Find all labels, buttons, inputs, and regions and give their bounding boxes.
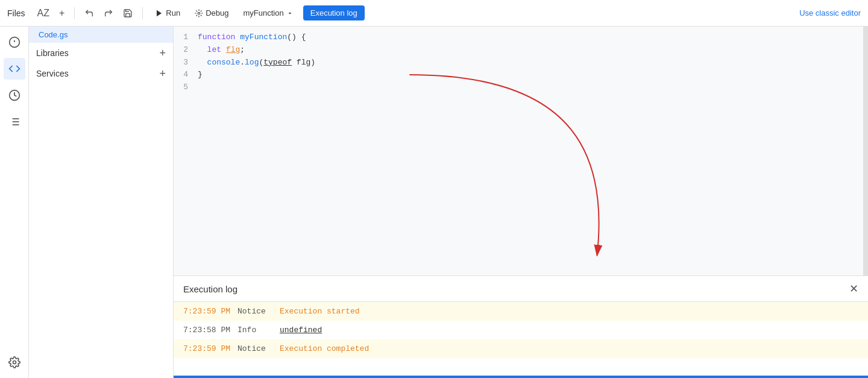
debug-button[interactable]: Debug bbox=[190, 6, 233, 20]
redo-icon bbox=[104, 8, 113, 18]
execution-log-label: Execution log bbox=[310, 8, 357, 17]
undo-button[interactable] bbox=[82, 6, 96, 20]
function-name: myFunction bbox=[244, 8, 284, 17]
debug-icon bbox=[195, 9, 203, 17]
svg-marker-0 bbox=[157, 10, 162, 16]
libraries-title: Libraries bbox=[36, 48, 69, 58]
code-lines: 1 function myFunction() { 2 let flg; 3 c… bbox=[174, 27, 863, 99]
services-section-header[interactable]: Services + bbox=[29, 63, 173, 84]
editor-content[interactable]: 1 function myFunction() { 2 let flg; 3 c… bbox=[174, 27, 863, 276]
sidebar-info-button[interactable] bbox=[4, 31, 25, 53]
line-content-4: } bbox=[198, 69, 203, 81]
line-content-2: let flg; bbox=[198, 44, 245, 57]
code-line-4: 4 } bbox=[174, 69, 863, 81]
add-library-button[interactable]: + bbox=[159, 48, 166, 58]
add-icon: + bbox=[59, 8, 64, 19]
execution-log-close-button[interactable]: ✕ bbox=[849, 282, 858, 295]
code-line-3: 3 console.log(typeof flg) bbox=[174, 57, 863, 69]
editor-scrollbar[interactable] bbox=[863, 27, 868, 276]
toolbar: Files AZ + Run Debug myFunction Executio… bbox=[0, 0, 868, 27]
save-icon bbox=[123, 8, 133, 18]
sort-az-icon: AZ bbox=[37, 8, 49, 19]
log-row-3: 7:23:59 PM Notice Execution completed bbox=[174, 339, 868, 358]
log-level-1: Notice bbox=[237, 307, 280, 316]
log-row-1: 7:23:59 PM Notice Execution started bbox=[174, 302, 868, 321]
execution-log-rows: 7:23:59 PM Notice Execution started 7:23… bbox=[174, 302, 868, 376]
execution-log-title: Execution log bbox=[183, 284, 237, 294]
svg-point-1 bbox=[198, 12, 200, 14]
line-number-1: 1 bbox=[174, 31, 198, 44]
log-row-2: 7:23:58 PM Info undefined bbox=[174, 321, 868, 339]
sort-az-button[interactable]: AZ bbox=[35, 5, 52, 21]
classic-editor-button[interactable]: Use classic editor bbox=[799, 8, 861, 17]
execution-log-button[interactable]: Execution log bbox=[303, 5, 365, 20]
log-time-1: 7:23:59 PM bbox=[183, 307, 237, 316]
file-panel: Code.gs Libraries + Services + bbox=[29, 27, 174, 378]
chevron-down-icon bbox=[286, 10, 294, 17]
divider-2 bbox=[142, 7, 143, 19]
line-number-3: 3 bbox=[174, 57, 198, 69]
code-icon bbox=[8, 63, 20, 75]
undefined-value: undefined bbox=[280, 326, 322, 335]
debug-label: Debug bbox=[206, 8, 228, 17]
main-layout: Code.gs Libraries + Services + 1 functio… bbox=[0, 27, 868, 378]
classic-editor-label: Use classic editor bbox=[799, 8, 861, 17]
clock-icon bbox=[8, 89, 20, 101]
code-line-5: 5 bbox=[174, 81, 863, 94]
run-button[interactable]: Run bbox=[150, 6, 185, 20]
execution-log-bottom-bar bbox=[174, 376, 868, 378]
add-service-button[interactable]: + bbox=[159, 68, 166, 79]
redo-button[interactable] bbox=[101, 6, 116, 20]
code-line-1: 1 function myFunction() { bbox=[174, 31, 863, 44]
save-button[interactable] bbox=[121, 6, 135, 20]
sidebar-clock-button[interactable] bbox=[4, 84, 25, 106]
log-level-2: Info bbox=[237, 326, 280, 335]
libraries-section-header[interactable]: Libraries + bbox=[29, 43, 173, 63]
run-icon bbox=[155, 9, 163, 17]
execution-log-header: Execution log ✕ bbox=[174, 276, 868, 302]
sidebar-icons bbox=[0, 27, 29, 378]
code-line-2: 2 let flg; bbox=[174, 44, 863, 57]
log-msg-3: Execution completed bbox=[280, 344, 369, 353]
editor-with-scrollbar: 1 function myFunction() { 2 let flg; 3 c… bbox=[174, 27, 868, 276]
add-file-button[interactable]: + bbox=[57, 5, 67, 21]
sidebar-settings-button[interactable] bbox=[4, 351, 25, 373]
svg-point-12 bbox=[13, 361, 16, 364]
list-icon bbox=[8, 116, 20, 128]
services-title: Services bbox=[36, 69, 69, 78]
run-label: Run bbox=[166, 8, 180, 17]
divider-1 bbox=[74, 7, 75, 19]
sidebar-code-button[interactable] bbox=[4, 58, 25, 80]
file-item-code-gs[interactable]: Code.gs bbox=[29, 27, 173, 43]
undo-icon bbox=[84, 8, 94, 18]
info-icon bbox=[8, 36, 20, 48]
log-time-3: 7:23:59 PM bbox=[183, 344, 237, 353]
function-selector[interactable]: myFunction bbox=[239, 6, 298, 20]
line-number-4: 4 bbox=[174, 69, 198, 81]
editor-area: 1 function myFunction() { 2 let flg; 3 c… bbox=[174, 27, 868, 378]
file-item-label: Code.gs bbox=[39, 30, 68, 39]
sidebar-list-button[interactable] bbox=[4, 111, 25, 133]
settings-icon bbox=[8, 356, 20, 368]
line-content-1: function myFunction() { bbox=[198, 31, 306, 44]
execution-log-panel: Execution log ✕ 7:23:59 PM Notice Execut… bbox=[174, 276, 868, 378]
line-number-5: 5 bbox=[174, 81, 198, 94]
log-msg-1: Execution started bbox=[280, 307, 360, 316]
log-msg-2: undefined bbox=[280, 326, 322, 335]
line-number-2: 2 bbox=[174, 44, 198, 57]
close-icon: ✕ bbox=[849, 283, 858, 295]
line-content-3: console.log(typeof flg) bbox=[198, 57, 315, 69]
files-label: Files bbox=[7, 8, 25, 18]
log-time-2: 7:23:58 PM bbox=[183, 326, 237, 335]
log-level-3: Notice bbox=[237, 344, 280, 353]
